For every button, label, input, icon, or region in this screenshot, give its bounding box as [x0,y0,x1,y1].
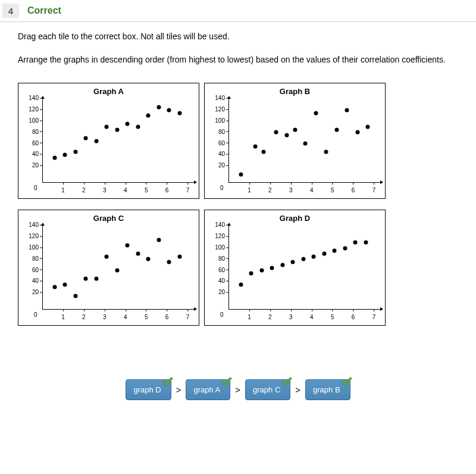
tile-label: graph B [313,385,340,394]
data-point [115,127,119,132]
data-point [259,269,264,273]
data-point [94,139,98,143]
instructions: Drag each tile to the correct box. Not a… [0,22,476,66]
plot-area: 0204060801001201401234567 [228,99,380,183]
question-header: 4 Correct [0,0,476,22]
data-point [364,241,368,245]
answer-row: graph D > graph A > graph C > graph B [0,379,476,418]
question-number: 4 [2,4,19,18]
answer-tile-4[interactable]: graph B [305,379,350,400]
chart-c: Graph C0204060801001201401234567 [18,210,199,326]
data-point [343,246,347,250]
check-icon [220,376,233,389]
data-point [177,111,181,115]
data-point [73,150,77,154]
comparator-1: > [175,385,183,395]
tile-label: graph D [133,385,161,394]
data-point [303,142,308,146]
chart-title: Graph B [205,87,385,96]
charts-grid: Graph A0204060801001201401234567 Graph B… [0,77,476,326]
chart-d: Graph D0204060801001201401234567 [204,210,386,326]
answer-tile-2[interactable]: graph A [186,379,230,400]
data-point [156,238,161,242]
data-point [177,254,181,258]
plot-area: 0204060801001201401234567 [42,226,194,310]
plot-area: 0204060801001201401234567 [228,226,380,310]
data-point [253,144,258,148]
data-point [84,277,88,281]
data-point [322,252,326,256]
data-point [156,105,161,110]
data-point [239,172,243,176]
answer-tile-3[interactable]: graph C [245,379,290,400]
check-icon [161,376,174,389]
comparator-3: > [294,385,302,395]
comparator-2: > [234,385,242,395]
instruction-line-2: Arrange the graphs in descending order (… [18,54,458,66]
data-point [94,277,98,281]
data-point [73,294,77,298]
data-point [239,282,243,286]
data-point [312,254,316,258]
data-point [146,114,151,118]
chart-b: Graph B0204060801001201401234567 [204,83,386,199]
data-point [115,269,119,273]
data-point [280,263,284,267]
data-point [136,125,140,129]
data-point [345,108,349,112]
data-point [314,111,318,115]
data-point [167,260,171,264]
tile-label: graph C [253,385,280,394]
data-point [301,257,305,261]
data-point [126,122,130,126]
data-point [284,133,289,138]
data-point [63,153,67,157]
data-point [84,136,88,140]
data-point [270,266,274,270]
check-icon [340,376,353,389]
tile-label: graph A [193,385,220,394]
status-label: Correct [27,5,61,16]
data-point [167,108,171,112]
data-point [136,252,140,256]
chart-a: Graph A0204060801001201401234567 [18,83,199,199]
data-point [291,260,295,264]
data-point [293,127,297,132]
plot-area: 0204060801001201401234567 [42,99,194,183]
data-point [146,257,151,261]
answer-tile-1[interactable]: graph D [126,379,171,400]
data-point [324,150,328,154]
data-point [126,243,130,247]
instruction-line-1: Drag each tile to the correct box. Not a… [18,30,458,43]
data-point [52,155,57,160]
data-point [274,130,278,135]
data-point [249,271,253,275]
chart-title: Graph D [205,214,385,223]
check-icon [280,376,293,389]
chart-title: Graph A [18,87,199,96]
data-point [105,125,109,129]
data-point [353,241,358,245]
data-point [105,254,109,258]
data-point [366,125,370,129]
data-point [333,249,337,253]
data-point [334,127,339,132]
data-point [52,285,57,289]
data-point [63,282,67,286]
data-point [355,130,359,135]
chart-title: Graph C [18,214,199,223]
data-point [262,150,266,154]
